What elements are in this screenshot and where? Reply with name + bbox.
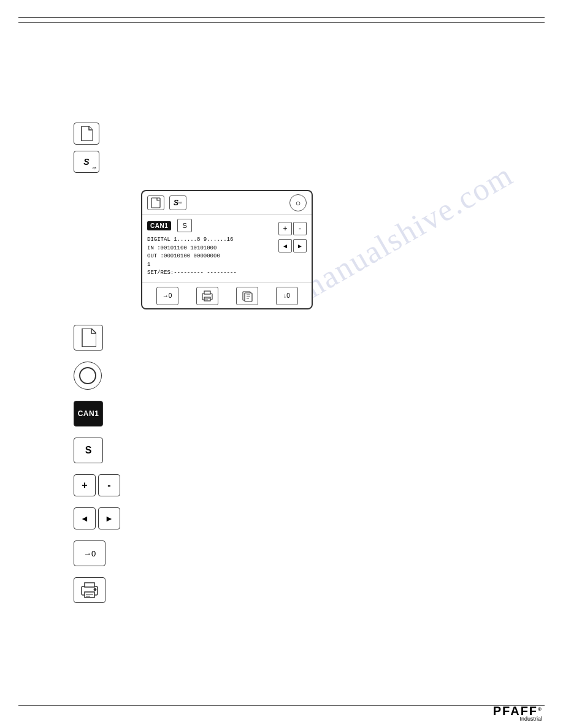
exp-item-reset: →0: [74, 540, 120, 566]
exp-s-badge[interactable]: S: [74, 438, 103, 463]
svg-rect-7: [245, 293, 252, 301]
exp-minus-btn[interactable]: -: [98, 474, 120, 496]
exp-circle-icon[interactable]: [74, 362, 102, 390]
panel-circle-btn[interactable]: ○: [289, 194, 307, 211]
s-badge[interactable]: S: [177, 219, 192, 232]
exp-item-s: S: [74, 438, 120, 463]
exp-arrows: ◄ ►: [74, 507, 120, 529]
down-zero-btn[interactable]: ↓0: [276, 287, 298, 305]
exp-can1-badge[interactable]: CAN1: [74, 401, 103, 427]
s-label-top: S: [83, 157, 89, 167]
svg-point-16: [94, 588, 96, 591]
bottom-line: [18, 705, 545, 706]
watermark: manualshive.com: [291, 156, 519, 309]
s-arrow-icon-top[interactable]: S ⇨: [74, 151, 99, 173]
top-line-1: [18, 17, 545, 18]
digital-line4: 1: [147, 261, 307, 270]
exp-item-page: [74, 325, 120, 351]
panel-page-icon[interactable]: [147, 195, 164, 210]
exp-arrow-right-btn[interactable]: ►: [98, 507, 120, 529]
arrow-row: ◄ ►: [278, 239, 307, 252]
exp-item-can1: CAN1: [74, 401, 120, 427]
panel-top-left: S ⇨: [147, 195, 186, 210]
exp-plusminus: + -: [74, 474, 120, 496]
explanation-section: CAN1 S + - ◄ ► →0: [74, 325, 120, 603]
arrow-left-btn[interactable]: ◄: [278, 239, 292, 252]
exp-item-circle: [74, 362, 120, 390]
panel-right-controls: + - ◄ ►: [278, 222, 307, 252]
plus-minus-row: + -: [278, 222, 307, 235]
exp-page-icon[interactable]: [74, 325, 103, 351]
svg-rect-3: [204, 297, 210, 301]
pfaff-logo: PFAFF® Industrial: [493, 704, 542, 722]
arrow-subscript: ⇨: [92, 165, 96, 171]
panel-bottom-bar: →0 ↓0: [142, 282, 312, 308]
digital-line3: OUT :00010100 00000000: [147, 252, 307, 261]
exp-item-plusminus: + -: [74, 474, 120, 496]
exp-item-arrows: ◄ ►: [74, 507, 120, 529]
can1-badge[interactable]: CAN1: [147, 221, 171, 230]
reset-zero-btn[interactable]: →0: [156, 287, 178, 305]
arrow-right-btn[interactable]: ►: [293, 239, 307, 252]
copy-btn[interactable]: [236, 287, 258, 305]
minus-btn[interactable]: -: [293, 222, 307, 235]
print-btn[interactable]: [196, 287, 218, 305]
exp-print-btn[interactable]: [74, 577, 105, 603]
plus-btn[interactable]: +: [278, 222, 292, 235]
exp-arrow-left-btn[interactable]: ◄: [74, 507, 96, 529]
svg-rect-2: [204, 291, 210, 294]
exp-plus-btn[interactable]: +: [74, 474, 96, 496]
exp-reset-btn[interactable]: →0: [74, 540, 105, 566]
setres-line: SET/RES:--------- ---------: [147, 269, 307, 278]
display-panel: S ⇨ ○ CAN1 S DIGITAL 1......8 9......16 …: [141, 190, 313, 309]
page-icon-top[interactable]: [74, 123, 99, 145]
top-line-2: [18, 22, 545, 23]
panel-top-bar: S ⇨ ○: [142, 191, 312, 215]
exp-item-print: [74, 577, 120, 603]
top-left-icons: S ⇨: [74, 123, 99, 173]
panel-s-icon[interactable]: S ⇨: [169, 195, 186, 210]
svg-rect-0: [151, 198, 160, 208]
svg-rect-12: [85, 583, 94, 587]
